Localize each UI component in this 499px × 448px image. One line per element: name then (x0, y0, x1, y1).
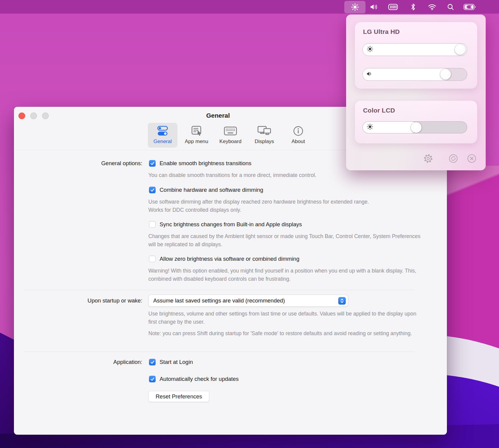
brightness-slider[interactable] (362, 121, 467, 133)
search-icon[interactable] (442, 0, 459, 14)
menu-bar-status-icons (344, 0, 481, 14)
tab-keyboard[interactable]: Keyboard (216, 123, 245, 148)
volume-slider[interactable] (362, 68, 467, 81)
checkbox[interactable] (149, 221, 156, 228)
reset-preferences-button[interactable]: Reset Preferences (148, 391, 209, 402)
dropdown-value: Assume last saved settings are valid (re… (153, 297, 285, 304)
toolbar-tabs: General App menu (148, 123, 313, 148)
checkbox-label: Allow zero brightness via software or co… (160, 256, 299, 262)
helper-text: Changes that are caused by the Ambient l… (148, 232, 424, 248)
wallpaper-light-band (444, 166, 499, 229)
application-label: Application: (14, 359, 142, 365)
checkbox-label: Automatically check for updates (160, 376, 239, 382)
option-row-zero-brightness: Allow zero brightness via software or co… (149, 255, 299, 263)
sun-icon (366, 123, 374, 132)
helper-text: Note: you can press Shift during startup… (148, 329, 418, 338)
tab-displays[interactable]: Displays (250, 123, 279, 148)
close-icon[interactable] (467, 154, 477, 163)
option-row-combine-dimming: Combine hardware and software dimming (149, 186, 263, 194)
display-card-color-lcd: Color LCD (355, 101, 477, 143)
tab-label: App menu (185, 139, 208, 145)
brightness-slider[interactable] (362, 43, 467, 56)
option-row-start-at-login: Start at Login (149, 358, 193, 366)
sun-icon (366, 45, 374, 54)
helper-text: Warning! With this option enabled, you m… (148, 267, 427, 283)
display-card-lg-ultra-hd: LG Ultra HD (355, 22, 477, 89)
tab-label: Displays (255, 139, 274, 145)
helper-text: You can disable smooth transitions for a… (148, 171, 445, 179)
checkbox-label: Combine hardware and software dimming (160, 187, 263, 193)
check-icon (150, 378, 154, 381)
startup-label: Upon startup or wake: (14, 297, 142, 304)
slider-fill (363, 44, 467, 56)
option-row-smooth-transitions: Enable smooth brightness transitions (149, 159, 251, 167)
wifi-icon[interactable] (422, 0, 442, 14)
slider-knob[interactable] (455, 44, 465, 55)
checkbox-label: Start at Login (160, 359, 193, 365)
info-icon (293, 126, 304, 136)
settings-gear-icon[interactable] (423, 154, 433, 163)
tab-label: General (154, 139, 172, 145)
refresh-icon[interactable] (448, 154, 458, 163)
checkbox-label: Sync brightness changes from Built-in an… (160, 221, 302, 228)
speaker-icon (366, 71, 373, 78)
displays-icon (257, 126, 272, 136)
keyboard-brightness-icon[interactable] (382, 0, 404, 14)
checkbox-label: Enable smooth brightness transitions (160, 160, 251, 167)
keyboard-icon (223, 126, 237, 136)
divider (24, 290, 415, 290)
desktop: General General (0, 0, 499, 448)
divider (24, 352, 415, 352)
volume-icon[interactable] (365, 0, 382, 14)
checkbox[interactable] (149, 256, 156, 262)
slider-knob[interactable] (411, 122, 421, 133)
tab-about[interactable]: About (283, 123, 313, 148)
bluetooth-icon[interactable] (404, 0, 422, 14)
dropdown-stepper-icon (338, 297, 346, 305)
battery-charging-icon[interactable] (459, 0, 481, 14)
check-icon (150, 361, 154, 364)
general-options-label: General options: (14, 160, 142, 167)
helper-text: Use software dimming after the display r… (148, 198, 374, 214)
checkbox[interactable] (149, 359, 156, 365)
checkbox[interactable] (149, 160, 156, 167)
app-menu-icon (190, 126, 203, 136)
check-icon (150, 188, 154, 192)
option-row-auto-update: Automatically check for updates (149, 375, 239, 383)
helper-text: Use brightness, volume and other setting… (148, 310, 424, 326)
check-icon (150, 162, 154, 165)
startup-dropdown[interactable]: Assume last saved settings are valid (re… (148, 295, 348, 307)
tab-app-menu[interactable]: App menu (182, 123, 211, 148)
tab-label: Keyboard (220, 139, 242, 145)
option-row-sync-brightness: Sync brightness changes from Built-in an… (149, 221, 302, 228)
checkbox[interactable] (149, 187, 156, 193)
display-name: Color LCD (363, 107, 395, 114)
checkbox[interactable] (149, 376, 156, 382)
toggles-icon (156, 126, 169, 136)
display-name: LG Ultra HD (363, 28, 400, 35)
brightness-icon[interactable] (344, 1, 365, 13)
slider-fill (363, 68, 450, 80)
menu-bar (0, 0, 499, 14)
slider-knob[interactable] (440, 69, 451, 80)
tab-label: About (292, 139, 305, 145)
tab-general[interactable]: General (148, 123, 177, 148)
monitor-control-panel: LG Ultra HD (346, 15, 486, 170)
